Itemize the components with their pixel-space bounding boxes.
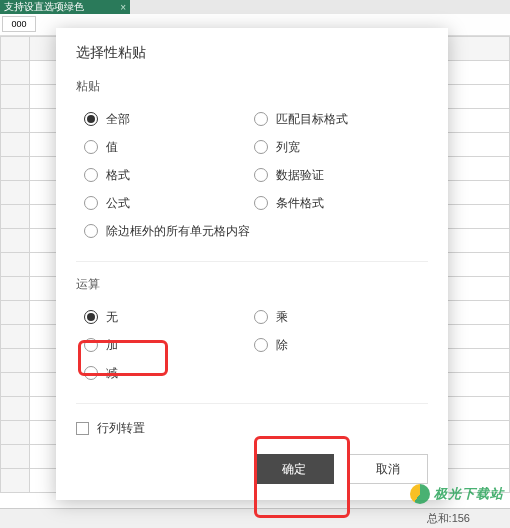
radio-paste-all[interactable]: 全部 (84, 111, 254, 128)
transpose-label: 行列转置 (97, 420, 145, 437)
radio-paste-format[interactable]: 格式 (84, 167, 254, 184)
corner-cell[interactable] (1, 37, 30, 61)
radio-paste-validation[interactable]: 数据验证 (254, 167, 324, 184)
radio-icon (254, 140, 268, 154)
radio-icon (84, 168, 98, 182)
radio-op-none[interactable]: 无 (84, 309, 254, 326)
close-icon[interactable]: × (120, 2, 126, 13)
radio-op-multiply[interactable]: 乘 (254, 309, 288, 326)
transpose-checkbox[interactable]: 行列转置 (56, 412, 448, 437)
radio-paste-cond-format[interactable]: 条件格式 (254, 195, 324, 212)
radio-op-add[interactable]: 加 (84, 337, 254, 354)
paste-options-group: 全部 匹配目标格式 值 列宽 格式 数据验证 公式 条件格式 除边框外的所有单元… (56, 105, 448, 255)
status-bar: 总和:156 (0, 508, 510, 528)
radio-icon (84, 196, 98, 210)
watermark-text: 极光下载站 (434, 485, 504, 503)
tab-title: 支持设直选项绿色 (4, 0, 84, 14)
radio-icon (84, 112, 98, 126)
dialog-title: 选择性粘贴 (56, 28, 448, 72)
ok-button[interactable]: 确定 (254, 454, 334, 484)
radio-paste-col-width[interactable]: 列宽 (254, 139, 300, 156)
logo-icon (410, 484, 430, 504)
radio-paste-value[interactable]: 值 (84, 139, 254, 156)
radio-op-divide[interactable]: 除 (254, 337, 288, 354)
radio-op-subtract[interactable]: 减 (84, 365, 254, 382)
paste-section-label: 粘贴 (56, 72, 448, 105)
watermark: 极光下载站 (410, 484, 504, 504)
radio-icon (254, 168, 268, 182)
radio-icon (84, 140, 98, 154)
operation-options-group: 无 乘 加 除 减 (56, 303, 448, 397)
radio-icon (84, 224, 98, 238)
radio-icon (84, 366, 98, 380)
checkbox-icon (76, 422, 89, 435)
radio-icon (254, 338, 268, 352)
radio-icon (254, 310, 268, 324)
radio-paste-except-border[interactable]: 除边框外的所有单元格内容 (84, 223, 250, 240)
paste-special-dialog: 选择性粘贴 粘贴 全部 匹配目标格式 值 列宽 格式 数据验证 公式 条件格式 … (56, 28, 448, 500)
radio-icon (254, 112, 268, 126)
radio-paste-match-format[interactable]: 匹配目标格式 (254, 111, 348, 128)
radio-icon (84, 338, 98, 352)
radio-icon (254, 196, 268, 210)
col-header[interactable] (441, 37, 510, 61)
number-format-box[interactable]: 000 (2, 16, 36, 32)
cancel-button[interactable]: 取消 (348, 454, 428, 484)
radio-icon (84, 310, 98, 324)
radio-paste-formula[interactable]: 公式 (84, 195, 254, 212)
document-tab[interactable]: 支持设直选项绿色 × (0, 0, 130, 14)
operation-section-label: 运算 (56, 270, 448, 303)
status-sum: 总和:156 (427, 511, 470, 526)
divider (76, 403, 428, 404)
divider (76, 261, 428, 262)
